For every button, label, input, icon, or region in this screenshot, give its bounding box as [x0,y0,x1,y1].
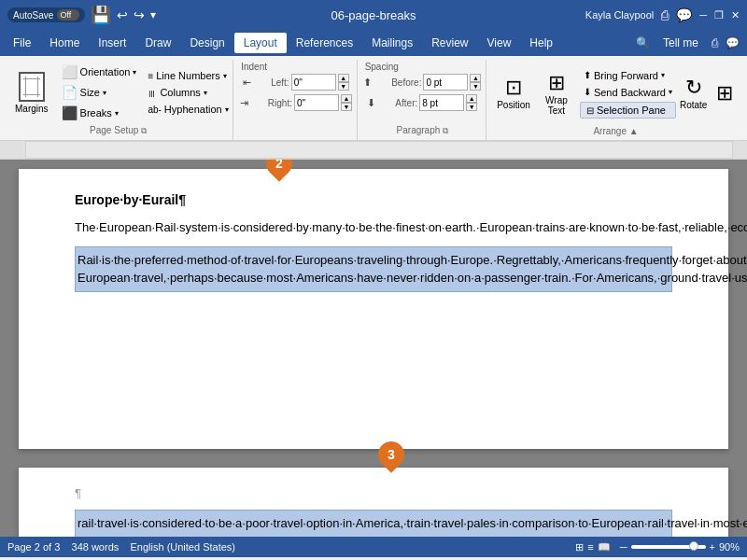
menu-mailings[interactable]: Mailings [362,33,422,53]
indent-right-label: Right: [268,98,292,108]
restore-button[interactable]: ❐ [714,9,724,21]
menu-file[interactable]: File [4,33,40,53]
arrange-group: ⊡ Position ⊞ Wrap Text ⬆ Bring Forward ▾ [488,60,743,140]
breaks-icon: ⬛ [62,105,78,120]
view-print-icon[interactable]: ⊞ [575,541,584,553]
orientation-button[interactable]: ⬜ Orientation ▾ [58,63,141,81]
indent-left-input[interactable] [291,74,336,91]
tell-me-input[interactable]: Tell me [654,33,708,53]
view-web-icon[interactable]: ≡ [587,541,593,553]
orientation-label: Orientation [80,66,131,77]
spacing-after-input[interactable] [419,94,464,111]
paragraph-expand[interactable]: ⧉ [443,126,448,135]
menu-help[interactable]: Help [520,33,562,53]
zoom-minus-button[interactable]: ─ [620,541,627,553]
close-button[interactable]: ✕ [731,9,740,21]
callout-2: 2 [261,160,298,182]
spacing-before-row: ⬆ Before: ▲ ▼ [363,74,481,91]
ruler-right [732,141,747,159]
selection-pane-button[interactable]: ⊟ Selection Pane [580,102,676,119]
spacing-before-label: Before: [391,77,421,88]
rotate-button[interactable]: ↻ [685,76,702,100]
document-title: 06-page-breaks [331,8,416,22]
indent-right-input[interactable] [294,94,339,111]
line-numbers-arrow: ▾ [223,72,227,80]
ribbon: Margins ⬜ Orientation ▾ 📄 Size ▾ ⬛ [0,56,747,141]
breaks-button[interactable]: ⬛ Breaks ▾ [58,104,141,122]
zoom-slider[interactable] [631,545,706,549]
spacing-after-down[interactable]: ▼ [466,103,477,111]
undo-icon[interactable]: ↩ [117,7,128,22]
margins-button[interactable]: Margins [9,63,54,121]
spacing-after-up[interactable]: ▲ [466,94,477,103]
menu-references[interactable]: References [287,33,362,53]
spacing-before-down[interactable]: ▼ [470,82,481,91]
menu-review[interactable]: Review [422,33,477,53]
spacing-after-spin[interactable]: ▲ ▼ [466,94,477,111]
minimize-button[interactable]: ─ [699,9,707,21]
indent-right-spin[interactable]: ▲ ▼ [341,94,352,111]
indent-group-title-bottom [241,134,350,138]
align-button[interactable]: ⊞ [716,81,733,105]
size-icon: 📄 [62,85,78,100]
ribbon-collapse-btn[interactable]: ▲ [629,126,639,136]
view-read-icon[interactable]: 📖 [598,541,611,553]
send-backward-icon: ⬇ [584,87,591,97]
arrange-title: Arrange ▲ [494,124,738,138]
bring-forward-icon: ⬆ [584,70,591,80]
page-2: ¶ rail·travel·is·considered·to·be·a·poor… [19,468,728,537]
language: English (United States) [131,541,236,553]
autosave-pill[interactable]: Off [57,9,79,21]
comments-ribbon-icon[interactable]: 💬 [726,36,740,49]
page-setup-group: Margins ⬜ Orientation ▾ 📄 Size ▾ ⬛ [4,60,233,140]
spacing-before-input[interactable] [423,74,468,91]
page-para2-selected[interactable]: Rail·is·the·preferred·method·of·travel·f… [75,246,672,292]
page-setup-expand[interactable]: ⧉ [141,126,147,135]
ruler-main[interactable] [26,141,732,159]
columns-button[interactable]: ⫼ Columns ▾ [144,85,232,100]
indent-left-spin[interactable]: ▲ ▼ [338,74,349,91]
indent-right-down[interactable]: ▼ [341,103,352,111]
indent-left-down[interactable]: ▼ [338,82,349,91]
rotate-group: ↻ Rotate [680,76,707,110]
menu-view[interactable]: View [478,33,521,53]
breaks-label: Breaks [80,107,112,119]
page-setup-col: ⬜ Orientation ▾ 📄 Size ▾ ⬛ Breaks ▾ [58,63,141,122]
menu-layout[interactable]: Layout [234,33,287,53]
indent-left-up[interactable]: ▲ [338,74,349,82]
indent-right-up[interactable]: ▲ [341,94,352,103]
page2-para-selected[interactable]: rail·travel·is·considered·to·be·a·poor·t… [75,510,672,537]
ruler-side [0,141,26,159]
indent-left-row: ⇤ Left: ▲ ▼ [243,74,348,91]
line-numbers-button[interactable]: ≡ Line Numbers ▾ [144,68,232,83]
bring-forward-button[interactable]: ⬆ Bring Forward ▾ [580,68,676,83]
menu-design[interactable]: Design [180,33,233,53]
menu-insert[interactable]: Insert [89,33,135,53]
send-backward-label: Send Backward [594,87,666,98]
page-setup-col2: ≡ Line Numbers ▾ ⫼ Columns ▾ ab- Hyphena… [144,68,232,117]
page-1: 1 2 Europe·by·Eurail¶ The·European·Rail·… [19,169,728,449]
hyphenation-button[interactable]: ab- Hyphenation ▾ [144,102,232,117]
spacing-before-up[interactable]: ▲ [470,74,481,82]
wrap-text-button[interactable]: ⊞ [548,71,565,95]
menu-draw[interactable]: Draw [135,33,180,53]
zoom-plus-button[interactable]: + [710,541,715,553]
position-button[interactable]: ⊡ [505,76,522,100]
menu-home[interactable]: Home [40,33,89,53]
indent-right-row: ⇥ Right: ▲ ▼ [240,94,352,111]
columns-icon: ⫼ [148,88,157,98]
autosave-toggle[interactable]: AutoSave Off [7,7,85,22]
comment-icon[interactable]: 💬 [676,7,692,22]
ribbon-content: Margins ⬜ Orientation ▾ 📄 Size ▾ ⬛ [0,56,747,140]
wrap-text-label: Wrap Text [537,95,576,116]
username: Kayla Claypool [585,9,654,21]
share-ribbon-icon[interactable]: ⎙ [712,36,718,49]
send-backward-button[interactable]: ⬇ Send Backward ▾ [580,85,676,100]
more-icon[interactable]: ▾ [150,8,156,21]
share-icon[interactable]: ⎙ [661,7,669,22]
save-icon[interactable]: 💾 [91,5,111,25]
spacing-before-spin[interactable]: ▲ ▼ [470,74,481,91]
size-button[interactable]: 📄 Size ▾ [58,83,141,102]
redo-icon[interactable]: ↪ [134,7,145,22]
selection-pane-icon: ⊟ [586,105,594,116]
